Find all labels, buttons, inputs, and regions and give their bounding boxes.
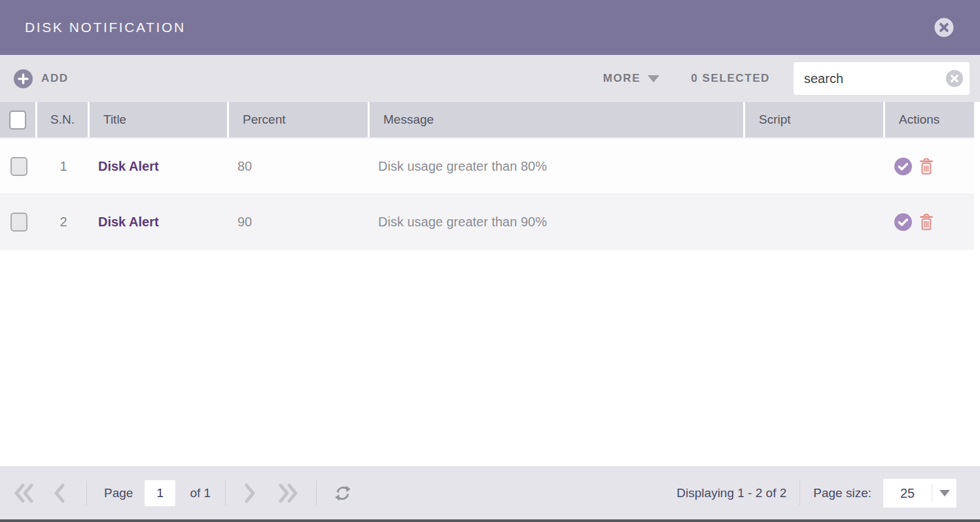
prev-page-button[interactable] [52, 483, 67, 503]
search-clear-button[interactable] [946, 70, 963, 87]
delete-button[interactable] [919, 158, 934, 175]
title-link[interactable]: Disk Alert [98, 159, 159, 174]
cell-title: Disk Alert [90, 139, 229, 194]
refresh-icon [334, 484, 352, 502]
refresh-button[interactable] [334, 484, 352, 502]
row-checkbox-cell [0, 139, 37, 194]
notifications-table: S.N. Title Percent Message Script Action… [0, 102, 980, 466]
more-dropdown-button[interactable]: MORE [603, 72, 659, 85]
first-page-button[interactable] [13, 483, 35, 504]
cell-script [745, 139, 885, 194]
pager-controls: Page of 1 [13, 480, 352, 506]
bottom-border [0, 519, 980, 522]
column-header-script[interactable]: Script [745, 102, 885, 137]
divider [86, 481, 87, 506]
title-link[interactable]: Disk Alert [98, 215, 159, 230]
column-header-actions: Actions [885, 102, 972, 137]
plus-circle-icon [14, 69, 33, 88]
double-chevron-left-icon [13, 483, 35, 504]
cell-title: Disk Alert [90, 194, 229, 250]
confirm-button[interactable] [894, 213, 912, 231]
trash-icon [919, 158, 934, 175]
select-all-checkbox[interactable] [9, 111, 26, 130]
page-label: Page [104, 486, 133, 500]
double-chevron-right-icon [277, 483, 299, 504]
table-row: 1 Disk Alert 80 Disk usage greater than … [0, 139, 974, 194]
column-header-title[interactable]: Title [90, 102, 229, 137]
divider [225, 481, 226, 506]
page-size-label: Page size: [813, 486, 871, 500]
cell-percent: 90 [229, 194, 370, 250]
page-number-input[interactable] [145, 480, 175, 506]
page-size-value: 25 [883, 486, 932, 501]
selected-count: 0 SELECTED [691, 72, 770, 85]
search-box [794, 62, 970, 95]
row-checkbox-cell [0, 194, 37, 250]
displaying-label: Displaying 1 - 2 of 2 [676, 486, 786, 500]
table-header-row: S.N. Title Percent Message Script Action… [0, 102, 974, 139]
titlebar: DISK NOTIFICATION [0, 0, 980, 55]
column-header-sn[interactable]: S.N. [37, 102, 90, 137]
page-size-arrow-zone [932, 484, 956, 502]
cell-sn: 2 [37, 194, 90, 250]
next-page-button[interactable] [243, 483, 257, 503]
x-circle-icon [946, 70, 963, 87]
close-icon [934, 18, 954, 37]
chevron-left-icon [52, 483, 67, 503]
toolbar: ADD MORE 0 SELECTED [0, 55, 980, 102]
confirm-button[interactable] [894, 158, 912, 175]
divider [799, 481, 800, 506]
divider [316, 481, 317, 506]
cell-actions [885, 139, 972, 194]
column-header-percent[interactable]: Percent [229, 102, 370, 137]
pagination-bar: Page of 1 [0, 466, 980, 519]
cell-message: Disk usage greater than 80% [370, 139, 745, 194]
more-label: MORE [603, 72, 640, 85]
row-checkbox[interactable] [10, 157, 27, 176]
add-button-label: ADD [41, 72, 69, 85]
column-header-message[interactable]: Message [370, 102, 745, 137]
table-row: 2 Disk Alert 90 Disk usage greater than … [0, 194, 974, 250]
page-size-select[interactable]: 25 [883, 479, 956, 508]
disk-notification-window: DISK NOTIFICATION ADD MORE 0 SELECTED [0, 0, 980, 522]
chevron-right-icon [243, 483, 257, 503]
page-of-label: of 1 [190, 486, 211, 500]
check-circle-icon [894, 158, 912, 175]
delete-button[interactable] [919, 213, 934, 231]
cell-sn: 1 [37, 139, 90, 194]
chevron-down-icon [648, 75, 659, 82]
cell-message: Disk usage greater than 90% [370, 194, 745, 250]
chevron-down-icon [939, 490, 950, 496]
search-input[interactable] [794, 62, 934, 95]
pager-summary: Displaying 1 - 2 of 2 Page size: 25 [676, 479, 956, 508]
check-circle-icon [894, 213, 912, 231]
select-all-cell [0, 102, 37, 137]
row-checkbox[interactable] [10, 213, 27, 232]
cell-percent: 80 [229, 139, 370, 194]
toolbar-right: MORE 0 SELECTED [603, 62, 970, 95]
last-page-button[interactable] [277, 483, 299, 504]
cell-actions [885, 194, 972, 250]
cell-script [745, 194, 885, 250]
add-button[interactable]: ADD [14, 69, 69, 88]
page-title: DISK NOTIFICATION [25, 20, 186, 35]
close-button[interactable] [934, 18, 954, 37]
trash-icon [919, 213, 934, 231]
